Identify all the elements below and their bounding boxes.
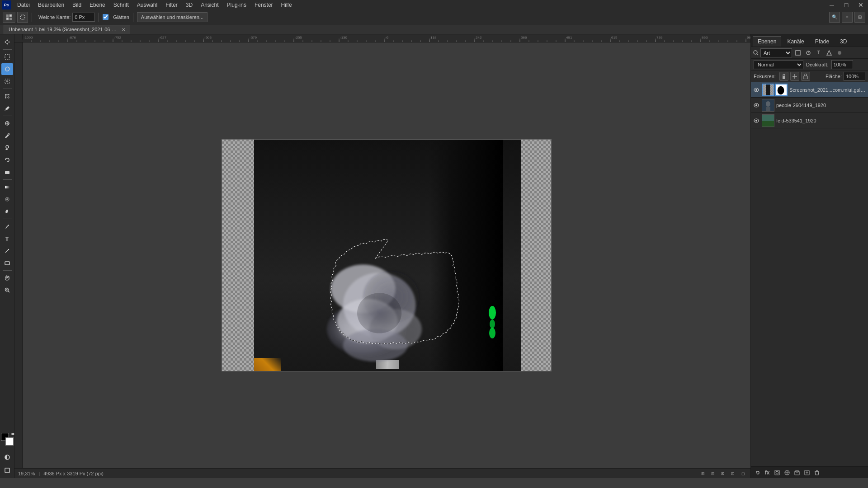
- layer-item-feld[interactable]: feld-533541_1920: [751, 113, 868, 128]
- healing-brush-tool[interactable]: [1, 117, 13, 129]
- tool-preset-btn[interactable]: [3, 12, 15, 23]
- delete-layer-btn[interactable]: [812, 468, 821, 477]
- blend-mode-select[interactable]: Normal Aufhellen Abdunkeln Multipliziere…: [754, 60, 803, 69]
- menu-bild[interactable]: Bild: [69, 1, 85, 9]
- svg-rect-58: [770, 84, 774, 95]
- filter-shape-icon[interactable]: [825, 48, 834, 57]
- layer-name-3: feld-533541_1920: [776, 118, 866, 123]
- search-icon[interactable]: 🔍: [829, 12, 840, 23]
- type-tool[interactable]: T: [1, 233, 13, 244]
- clone-stamp-tool[interactable]: [1, 142, 13, 154]
- maximize-button[interactable]: □: [839, 0, 854, 10]
- minimize-button[interactable]: ─: [825, 0, 839, 10]
- layer-type-filter[interactable]: Art: [760, 48, 792, 57]
- menu-fenster[interactable]: Fenster: [251, 1, 277, 9]
- eraser-tool[interactable]: [1, 166, 13, 178]
- filter-effect-icon[interactable]: [835, 48, 844, 57]
- layer-visibility-1[interactable]: [753, 86, 760, 94]
- menu-3d[interactable]: 3D: [182, 1, 196, 9]
- menu-filter[interactable]: Filter: [162, 1, 181, 9]
- add-fill-btn[interactable]: [783, 468, 792, 477]
- svg-rect-69: [762, 121, 774, 127]
- quick-mask-btn[interactable]: [1, 451, 13, 463]
- path-selection-tool[interactable]: [1, 245, 13, 257]
- svg-rect-52: [766, 84, 770, 95]
- status-arrange-icon[interactable]: ⊠: [719, 469, 727, 478]
- lasso-tool[interactable]: [1, 63, 13, 75]
- menu-datei[interactable]: Datei: [14, 1, 33, 9]
- tab-kanaele[interactable]: Kanäle: [782, 36, 809, 47]
- lasso-tool-icon[interactable]: [17, 12, 28, 23]
- menu-ansicht[interactable]: Ansicht: [197, 1, 222, 9]
- status-view-icon[interactable]: ⊡: [729, 469, 737, 478]
- document-tab[interactable]: Unbenannt-1 bei 19,3% (Screenshot_2021-0…: [4, 25, 130, 34]
- swap-colors-icon[interactable]: ⇄: [11, 432, 14, 436]
- add-style-btn[interactable]: fx: [763, 468, 772, 477]
- move-tool[interactable]: [1, 36, 13, 48]
- hand-tool[interactable]: [1, 272, 13, 284]
- tab-ebenen[interactable]: Ebenen: [753, 36, 781, 47]
- tab-3d[interactable]: 3D: [835, 36, 852, 47]
- layer-name-2: people-2604149_1920: [776, 103, 866, 108]
- link-layers-btn[interactable]: [753, 468, 762, 477]
- menu-auswahl[interactable]: Auswahl: [133, 1, 161, 9]
- zoom-tool[interactable]: [1, 284, 13, 296]
- eyedropper-tool[interactable]: [1, 103, 13, 114]
- layers-list: Screenshot_2021...com.miui.gallery peopl…: [751, 82, 868, 466]
- lock-row: Fokusren: Fläche:: [751, 70, 868, 82]
- tab-close-icon[interactable]: ✕: [122, 27, 125, 32]
- rectangle-tool[interactable]: [1, 257, 13, 269]
- menu-plugins[interactable]: Plug-ins: [223, 1, 250, 9]
- filter-adjustment-icon[interactable]: [804, 48, 813, 57]
- canvas-transparent-right: [521, 139, 552, 371]
- blur-tool[interactable]: [1, 193, 13, 205]
- menu-hilfe[interactable]: Hilfe: [278, 1, 296, 9]
- menu-bearbeiten[interactable]: Bearbeiten: [34, 1, 68, 9]
- lock-pixels-btn[interactable]: [779, 72, 788, 81]
- background-color[interactable]: [5, 437, 14, 446]
- opacity-input[interactable]: [831, 60, 853, 69]
- menu-ebene[interactable]: Ebene: [86, 1, 109, 9]
- workspace-icon[interactable]: ≡: [842, 12, 853, 23]
- lock-all-btn[interactable]: [801, 72, 810, 81]
- svg-point-45: [838, 51, 841, 55]
- svg-rect-47: [804, 76, 807, 79]
- select-mask-button[interactable]: Auswählen und maskieren...: [137, 12, 208, 22]
- fill-input[interactable]: [844, 72, 865, 81]
- close-button[interactable]: ✕: [854, 0, 868, 10]
- dodge-tool[interactable]: [1, 206, 13, 217]
- smooth-checkbox[interactable]: [103, 14, 108, 20]
- zoom-percentage: 19,31%: [18, 471, 35, 476]
- layer-item-people[interactable]: people-2604149_1920: [751, 98, 868, 113]
- filter-type-icon[interactable]: T: [814, 48, 823, 57]
- object-select-tool[interactable]: [1, 75, 13, 87]
- pen-tool[interactable]: [1, 221, 13, 232]
- layer-visibility-2[interactable]: [753, 102, 760, 109]
- status-snap-icon[interactable]: ⊟: [709, 469, 717, 478]
- lock-position-btn[interactable]: [790, 72, 799, 81]
- add-mask-btn[interactable]: [773, 468, 782, 477]
- svg-point-67: [755, 120, 757, 122]
- screen-mode-btn[interactable]: [1, 465, 13, 476]
- marquee-tool[interactable]: [1, 51, 13, 63]
- menu-schrift[interactable]: Schrift: [110, 1, 132, 9]
- soft-edge-input[interactable]: [72, 13, 95, 22]
- layer-item-screenshot[interactable]: Screenshot_2021...com.miui.gallery: [751, 82, 868, 98]
- view-icon[interactable]: ⊞: [854, 12, 865, 23]
- gradient-tool[interactable]: [1, 181, 13, 193]
- brush-tool[interactable]: [1, 130, 13, 141]
- status-screen-icon[interactable]: ◻: [739, 469, 747, 478]
- status-grid-icon[interactable]: ⊞: [699, 469, 707, 478]
- svg-line-42: [757, 54, 758, 55]
- layer-group-btn[interactable]: [793, 468, 802, 477]
- color-swatches[interactable]: ⇄: [1, 433, 14, 449]
- crop-tool[interactable]: [1, 90, 13, 102]
- filter-pixel-icon[interactable]: [793, 48, 802, 57]
- new-layer-btn[interactable]: [802, 468, 811, 477]
- history-brush-tool[interactable]: [1, 154, 13, 166]
- layer-visibility-3[interactable]: [753, 117, 760, 124]
- tab-pfade[interactable]: Pfade: [810, 36, 834, 47]
- layer-name-1: Screenshot_2021...com.miui.gallery: [789, 87, 866, 93]
- canvas-container[interactable]: [23, 42, 750, 468]
- menubar: Ps Datei Bearbeiten Bild Ebene Schrift A…: [0, 0, 868, 10]
